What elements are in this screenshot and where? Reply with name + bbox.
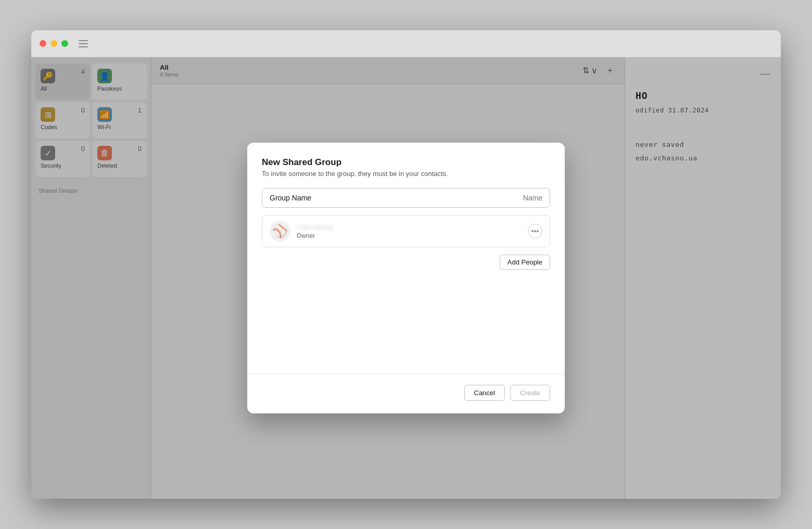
close-button[interactable] [40, 40, 46, 47]
create-button[interactable]: Create [510, 385, 550, 401]
member-row: ⚾ Yulia Savluk Owner ••• [262, 215, 550, 247]
app-window: ⊕ 🔑 All 4 👤 Passkeys ⊞ Codes 0 [31, 30, 781, 499]
titlebar: ⊕ [31, 30, 781, 57]
add-people-button[interactable]: Add People [500, 255, 550, 270]
member-avatar: ⚾ [270, 221, 290, 242]
new-shared-group-dialog: New Shared Group To invite someone to th… [247, 143, 565, 413]
cancel-button[interactable]: Cancel [464, 385, 505, 401]
dialog-title: New Shared Group [262, 157, 550, 168]
member-info: Yulia Savluk Owner [297, 223, 522, 240]
sidebar-toggle-button[interactable] [79, 40, 88, 47]
traffic-lights [40, 40, 68, 47]
add-people-row: Add People [262, 255, 550, 270]
maximize-button[interactable] [61, 40, 68, 47]
member-name: Yulia Savluk [297, 223, 522, 231]
minimize-button[interactable] [50, 40, 57, 47]
group-name-label: Group Name [270, 194, 501, 202]
content-area: 🔑 All 4 👤 Passkeys ⊞ Codes 0 📶 Wi-Fi [31, 57, 781, 499]
group-name-input[interactable] [501, 194, 542, 202]
dialog-footer: Cancel Create [247, 374, 565, 413]
member-options-button[interactable]: ••• [528, 224, 542, 238]
member-role: Owner [297, 232, 522, 240]
dialog-subtitle: To invite someone to the group, they mus… [262, 170, 550, 178]
dialog-body: New Shared Group To invite someone to th… [247, 143, 565, 374]
group-name-row: Group Name [262, 188, 550, 208]
modal-overlay: New Shared Group To invite someone to th… [31, 57, 781, 499]
avatar-emoji: ⚾ [272, 224, 288, 238]
ellipsis-icon: ••• [531, 227, 539, 235]
